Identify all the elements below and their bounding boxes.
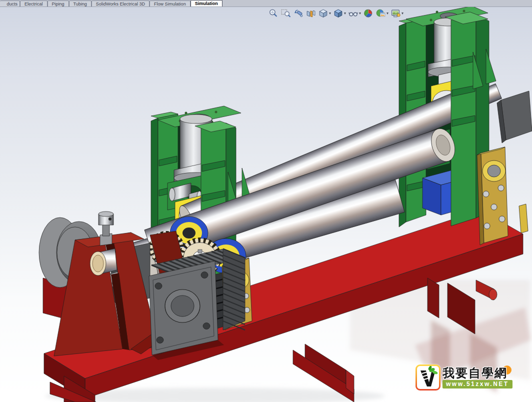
apply-scene-icon	[376, 8, 386, 18]
tab-label: SolidWorks Electrical 3D	[96, 2, 145, 6]
tab-label: Tubing	[74, 2, 87, 6]
zoom-to-fit-icon	[268, 8, 278, 18]
dropdown-arrow-icon[interactable]: ▾	[386, 8, 388, 18]
51zxw-logo-icon	[416, 364, 440, 390]
display-style-icon	[333, 8, 344, 18]
tab-label: Piping	[52, 2, 64, 6]
view-orientation-icon	[318, 8, 328, 18]
tab-electrical[interactable]: Electrical	[20, 0, 48, 6]
dropdown-arrow-icon[interactable]: ▾	[329, 8, 331, 18]
viewport-3d-model[interactable]	[0, 0, 532, 402]
watermark-title: 我要自學網	[442, 366, 512, 380]
bearing-plate-right[interactable]	[477, 147, 528, 245]
tab-label: Electrical	[24, 2, 43, 6]
dropdown-arrow-icon[interactable]: ▾	[344, 8, 346, 18]
heads-up-view-toolbar: ▾ ▾ ▾ ▾	[267, 6, 404, 20]
tab-simulation[interactable]: Simulation	[190, 0, 222, 6]
previous-view-button[interactable]	[292, 8, 304, 19]
commandmanager-tab-bar: ducts Electrical Piping Tubing SolidWork…	[0, 0, 532, 7]
zoom-to-fit-button[interactable]	[268, 8, 279, 19]
apply-scene-button[interactable]: ▾	[375, 8, 389, 19]
display-style-button[interactable]: ▾	[332, 8, 346, 19]
tab-piping[interactable]: Piping	[48, 0, 69, 6]
solidworks-window: ducts Electrical Piping Tubing SolidWork…	[0, 0, 532, 402]
tab-solidworks-electrical-3d[interactable]: SolidWorks Electrical 3D	[92, 0, 150, 6]
zoom-to-area-icon	[280, 8, 291, 18]
dropdown-arrow-icon[interactable]: ▾	[359, 8, 361, 18]
section-view-button[interactable]	[305, 8, 316, 19]
tab-label: Flow Simulation	[154, 2, 186, 6]
section-view-icon	[306, 8, 316, 18]
watermark-texts: 我要自學網 www.51zxw.NET	[442, 366, 512, 388]
plant-ladder-icon	[417, 366, 439, 389]
tab-tubing[interactable]: Tubing	[69, 0, 92, 6]
view-orientation-button[interactable]: ▾	[318, 8, 332, 19]
tab-office-products[interactable]: ducts	[0, 0, 20, 6]
hide-show-items-button[interactable]: ▾	[348, 8, 362, 19]
watermark-url: www.51zxw.NET	[442, 380, 512, 388]
tab-label: ducts	[6, 2, 18, 6]
dropdown-arrow-icon[interactable]: ▾	[402, 8, 404, 18]
fourth-stand-block[interactable]	[497, 91, 532, 143]
tab-flow-simulation[interactable]: Flow Simulation	[150, 0, 190, 6]
view-settings-icon	[390, 8, 401, 18]
view-settings-button[interactable]: ▾	[390, 8, 404, 19]
edit-appearance-button[interactable]	[362, 8, 374, 19]
edit-appearance-icon	[363, 8, 374, 18]
watermark: 我要自學網 www.51zxw.NET	[416, 363, 518, 392]
hide-show-items-icon	[348, 8, 358, 18]
previous-view-icon	[293, 8, 304, 18]
zoom-to-area-button[interactable]	[280, 8, 292, 19]
tab-label: Simulation	[195, 1, 218, 6]
top-pin[interactable]	[98, 212, 114, 246]
